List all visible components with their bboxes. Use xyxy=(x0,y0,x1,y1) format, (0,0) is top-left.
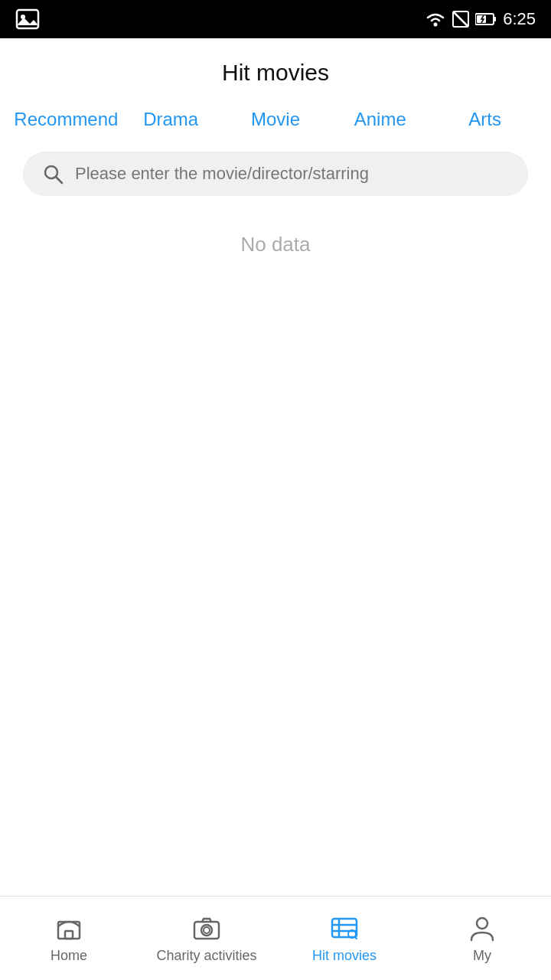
nav-label-charity: Charity activities xyxy=(156,948,256,964)
svg-rect-0 xyxy=(17,10,38,28)
svg-point-15 xyxy=(204,927,210,933)
search-bar[interactable] xyxy=(23,152,528,196)
battery-icon xyxy=(475,12,497,26)
no-data-text: No data xyxy=(0,233,551,896)
signal-off-icon xyxy=(452,11,469,28)
tab-arts[interactable]: Arts xyxy=(432,101,537,138)
nav-item-my[interactable]: My xyxy=(413,913,551,964)
svg-rect-16 xyxy=(332,919,357,937)
nav-item-home[interactable]: Home xyxy=(0,913,138,964)
profile-icon xyxy=(467,913,497,943)
status-bar: 6:25 xyxy=(0,0,551,38)
tab-drama[interactable]: Drama xyxy=(119,101,223,138)
svg-point-2 xyxy=(434,23,438,27)
tab-movie[interactable]: Movie xyxy=(223,101,328,138)
nav-item-charity[interactable]: Charity activities xyxy=(138,913,276,964)
wifi-icon xyxy=(425,11,446,28)
nav-label-my: My xyxy=(473,948,491,964)
page-title: Hit movies xyxy=(0,38,551,101)
main-content: Hit movies Recommend Drama Movie Anime A… xyxy=(0,38,551,980)
search-input[interactable] xyxy=(75,164,510,184)
status-bar-left xyxy=(15,7,40,31)
search-icon xyxy=(41,162,64,185)
camera-icon xyxy=(191,913,222,943)
search-bar-container xyxy=(0,152,551,196)
category-tabs: Recommend Drama Movie Anime Arts xyxy=(0,101,551,138)
nav-label-home: Home xyxy=(51,948,87,964)
svg-line-10 xyxy=(56,177,62,183)
status-bar-right: 6:25 xyxy=(425,9,536,29)
nav-label-movies: Hit movies xyxy=(312,948,377,964)
nav-item-movies[interactable]: Hit movies xyxy=(276,913,413,964)
svg-rect-12 xyxy=(65,931,73,939)
tab-recommend[interactable]: Recommend xyxy=(14,101,119,138)
home-icon xyxy=(54,913,84,943)
status-time: 6:25 xyxy=(503,9,536,29)
movies-icon xyxy=(329,913,360,943)
svg-point-22 xyxy=(477,918,487,929)
tab-anime[interactable]: Anime xyxy=(328,101,432,138)
svg-rect-7 xyxy=(494,17,496,21)
svg-line-4 xyxy=(454,12,468,26)
bottom-nav: Home Charity activities H xyxy=(0,896,551,980)
image-icon xyxy=(15,7,40,31)
